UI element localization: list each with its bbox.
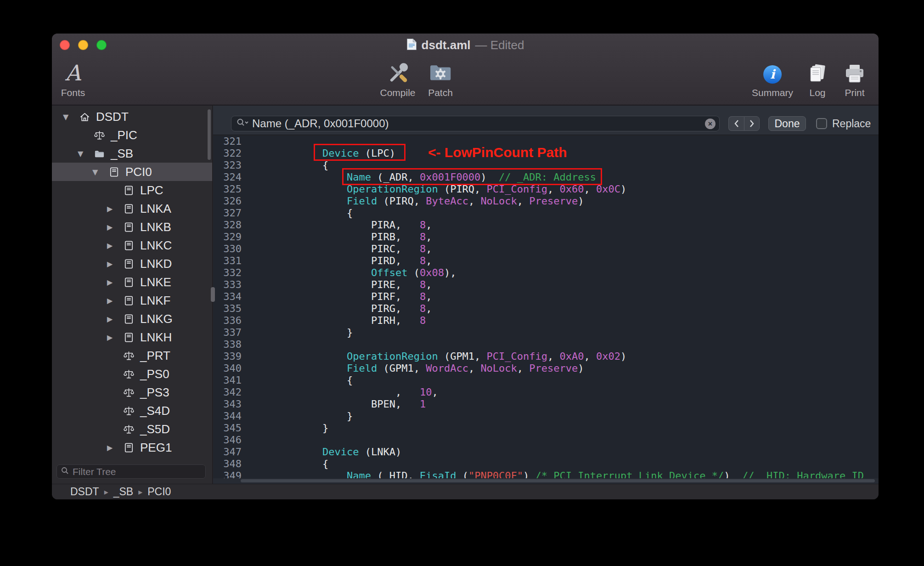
chevron-right-icon[interactable]: ▶ xyxy=(106,315,123,323)
filter-tree-input[interactable] xyxy=(73,466,201,477)
chevron-right-icon[interactable]: ▶ xyxy=(106,443,123,452)
sidebar-item-lnke[interactable]: ▶LNKE xyxy=(52,273,212,291)
code-line: 340 Field (GPM1, WordAcc, NoLock, Preser… xyxy=(213,362,879,374)
sidebar-item-prt[interactable]: _PRT xyxy=(52,346,212,365)
find-field[interactable]: × xyxy=(231,116,720,131)
sidebar-item-lnkd[interactable]: ▶LNKD xyxy=(52,255,212,273)
horizontal-scrollbar-thumb[interactable] xyxy=(241,479,875,482)
titlebar[interactable]: dsdt.aml — Edited xyxy=(52,34,879,57)
sidebar-item-lnkh[interactable]: ▶LNKH xyxy=(52,328,212,346)
chevron-right-icon[interactable]: ▶ xyxy=(106,278,123,287)
find-previous-button[interactable] xyxy=(728,116,744,131)
chevron-right-icon[interactable]: ▶ xyxy=(106,241,123,250)
sidebar-item-label: _PRT xyxy=(140,349,170,363)
code-text[interactable]: PIRC, 8, xyxy=(242,243,432,255)
patch-button[interactable]: Patch xyxy=(428,58,453,98)
chevron-right-icon[interactable]: ▶ xyxy=(106,204,123,213)
code-text[interactable]: { xyxy=(242,374,353,386)
sidebar-item-lnkg[interactable]: ▶LNKG xyxy=(52,310,212,328)
line-number: 329 xyxy=(213,231,242,243)
summary-button[interactable]: i Summary xyxy=(752,58,793,98)
sidebar-item-lnkc[interactable]: ▶LNKC xyxy=(52,236,212,255)
sidebar-scrollbar[interactable] xyxy=(208,109,211,160)
code-text[interactable]: Field (PIRQ, ByteAcc, NoLock, Preserve) xyxy=(242,195,584,207)
app-window: dsdt.aml — Edited A Fonts Compile xyxy=(52,34,879,499)
code-text[interactable] xyxy=(242,434,274,446)
code-text[interactable]: PIRG, 8, xyxy=(242,303,432,315)
sidebar-item-lpc[interactable]: LPC xyxy=(52,181,212,199)
code-text[interactable]: PIRD, 8, xyxy=(242,255,432,267)
chevron-down-icon[interactable]: ▼ xyxy=(62,113,79,121)
code-text[interactable]: PIRB, 8, xyxy=(242,231,432,243)
window-chrome: dsdt.aml — Edited A Fonts Compile xyxy=(52,34,879,105)
sidebar-item-lnka[interactable]: ▶LNKA xyxy=(52,199,212,218)
horizontal-scrollbar[interactable] xyxy=(213,478,879,484)
code-text[interactable]: } xyxy=(242,422,328,434)
find-next-button[interactable] xyxy=(744,116,760,131)
line-number: 341 xyxy=(213,374,242,386)
code-text[interactable]: PIRH, 8 xyxy=(242,315,426,327)
replace-checkbox[interactable] xyxy=(816,118,827,129)
sidebar-item-s5d[interactable]: _S5D xyxy=(52,420,212,438)
sidebar-item-ps3[interactable]: _PS3 xyxy=(52,383,212,402)
chevron-right-icon[interactable]: ▶ xyxy=(106,333,123,342)
compile-button[interactable]: Compile xyxy=(380,58,415,98)
done-button[interactable]: Done xyxy=(768,116,806,131)
code-text[interactable]: Offset (0x08), xyxy=(242,267,456,279)
chevron-right-icon[interactable]: ▶ xyxy=(106,223,123,232)
find-input[interactable] xyxy=(252,117,701,130)
sidebar-item-lnkf[interactable]: ▶LNKF xyxy=(52,291,212,310)
code-text[interactable]: PIRF, 8, xyxy=(242,291,432,303)
code-text[interactable]: { xyxy=(242,458,328,470)
highlight-box-device-lpc xyxy=(314,144,406,161)
code-text[interactable]: OperationRegion (GPM1, PCI_Config, 0xA0,… xyxy=(242,351,626,362)
device-icon xyxy=(123,294,135,306)
breadcrumb-item[interactable]: DSDT xyxy=(70,486,99,498)
log-button[interactable]: Log xyxy=(806,58,828,98)
sidebar-item-peg1[interactable]: ▶PEG1 xyxy=(52,438,212,457)
code-text[interactable] xyxy=(242,339,274,351)
sidebar-item-s4d[interactable]: _S4D xyxy=(52,402,212,420)
print-button[interactable]: Print xyxy=(844,58,866,98)
code-text[interactable]: } xyxy=(242,410,353,422)
sidebar-item-label: _SB xyxy=(111,147,133,161)
code-text[interactable]: { xyxy=(242,207,353,219)
device-icon xyxy=(123,203,135,215)
chevron-down-icon[interactable]: ▼ xyxy=(91,168,108,176)
window-title: dsdt.aml xyxy=(422,38,471,52)
method-icon xyxy=(123,386,135,398)
chevron-right-icon[interactable]: ▶ xyxy=(106,296,123,305)
chevron-right-icon[interactable]: ▶ xyxy=(106,260,123,268)
chevron-down-icon[interactable]: ▼ xyxy=(77,149,93,158)
search-menu-icon[interactable] xyxy=(236,118,248,129)
breadcrumb-item[interactable]: PCI0 xyxy=(147,486,171,498)
replace-label: Replace xyxy=(832,118,871,130)
code-text[interactable]: PIRE, 8, xyxy=(242,279,432,291)
code-text[interactable]: PIRA, 8, xyxy=(242,219,432,231)
code-text[interactable]: Device (LNKA) xyxy=(242,446,401,458)
method-icon xyxy=(93,129,105,141)
device-icon xyxy=(123,313,135,325)
code-text[interactable] xyxy=(242,136,274,147)
code-text[interactable]: BPEN, 1 xyxy=(242,398,426,410)
code-text[interactable]: } xyxy=(242,327,353,339)
code-line: 341 { xyxy=(213,374,879,386)
sidebar-item-lnkb[interactable]: ▶LNKB xyxy=(52,218,212,236)
code-text[interactable]: , 10, xyxy=(242,386,438,398)
sidebar-item-pci0[interactable]: ▼PCI0 xyxy=(52,163,212,181)
sidebar-item-dsdt[interactable]: ▼DSDT xyxy=(52,108,212,126)
line-number: 339 xyxy=(213,351,242,362)
filter-tree-field[interactable] xyxy=(56,464,206,479)
pane-splitter-handle[interactable] xyxy=(211,287,215,302)
sidebar-item-sb[interactable]: ▼_SB xyxy=(52,144,212,163)
clear-search-icon[interactable]: × xyxy=(705,119,716,129)
sidebar-item-label: LPC xyxy=(140,183,163,198)
code-text[interactable]: { xyxy=(242,159,328,171)
sidebar-item-pic[interactable]: _PIC xyxy=(52,126,212,144)
breadcrumb-item[interactable]: _SB xyxy=(113,486,133,498)
fonts-button[interactable]: A Fonts xyxy=(61,58,85,98)
code-text[interactable]: Field (GPM1, WordAcc, NoLock, Preserve) xyxy=(242,362,584,374)
sidebar-item-ps0[interactable]: _PS0 xyxy=(52,365,212,383)
line-number: 342 xyxy=(213,386,242,398)
code-editor[interactable]: 321322 Device (LPC)323 {324 Name (_ADR, … xyxy=(213,136,879,484)
